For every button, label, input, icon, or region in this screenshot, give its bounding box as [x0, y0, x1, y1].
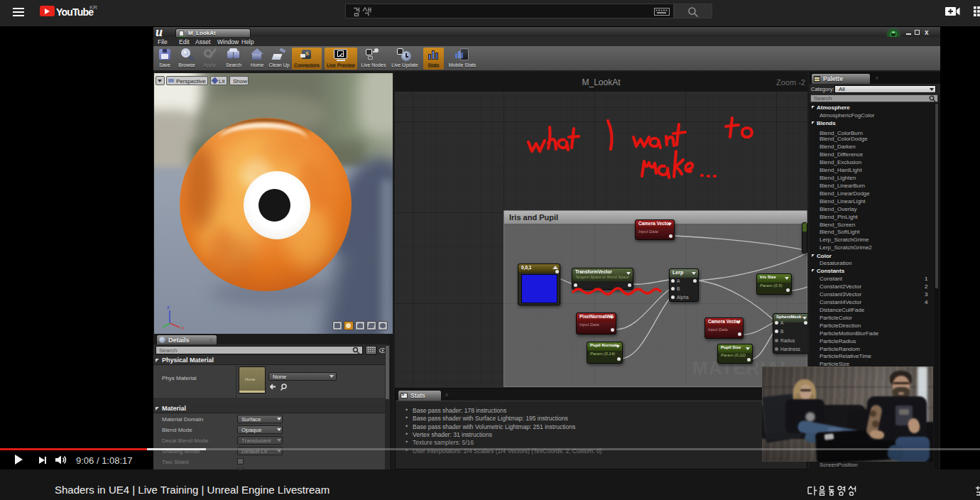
svg-text:x: x: [181, 325, 184, 330]
svg-text:z: z: [167, 304, 170, 310]
